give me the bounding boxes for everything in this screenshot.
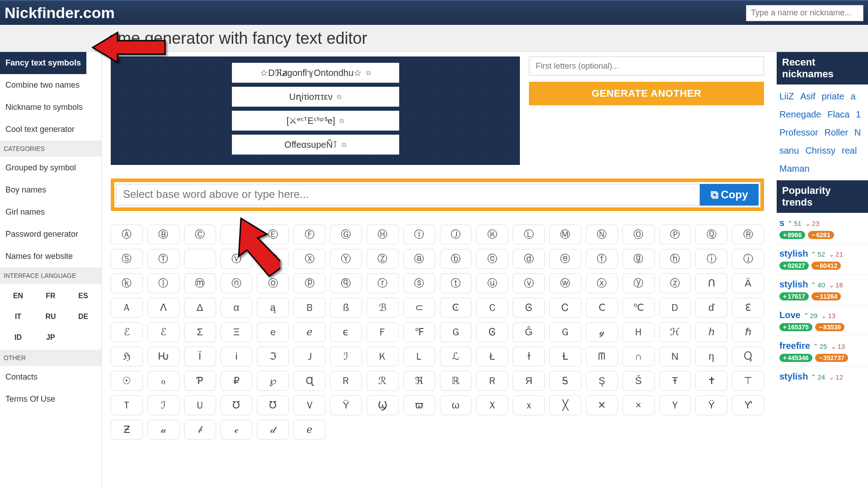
symbol-cell[interactable]: ω [440,395,472,415]
symbol-cell[interactable]: ℏ [732,322,764,342]
symbol-cell[interactable]: ℯ [293,420,326,440]
lang-button[interactable]: IT [3,307,33,326]
sidebar-item[interactable]: Grouped by symbol [0,157,81,179]
symbol-cell[interactable]: Ｊ [293,347,326,366]
recent-nick[interactable]: N [854,124,861,141]
lang-button[interactable]: FR [35,286,66,305]
symbol-cell[interactable]: ⓛ [147,273,179,293]
sidebar-item[interactable]: Nickname to symbols [0,96,88,118]
symbol-cell[interactable]: Ｖ [293,395,326,415]
lang-button[interactable]: ES [68,286,99,305]
symbol-cell[interactable]: ℎ [695,322,727,342]
symbol-cell[interactable]: Ⓕ [293,225,326,244]
symbol-cell[interactable]: ℴ [147,371,179,391]
symbol-cell[interactable]: Ʊ [257,395,289,415]
symbol-cell[interactable]: Ϣ [367,395,399,415]
sidebar-item[interactable]: Girl names [0,201,50,223]
recent-nick[interactable]: 1 [856,106,861,122]
symbol-cell[interactable]: Ｃ [476,298,508,318]
symbol-cell[interactable]: ℃ [623,298,655,318]
sidebar-item[interactable]: Fancy text symbols [0,52,86,74]
symbol-cell[interactable]: ϖ [403,395,435,415]
symbol-cell[interactable]: ⓦ [549,273,581,293]
symbol-cell[interactable]: ℋ [659,322,691,342]
symbol-cell[interactable]: Ａ [111,298,143,318]
symbol-cell[interactable] [184,249,216,269]
generated-nickname[interactable]: OffeαsupeÑ⊺⧉ [232,135,399,156]
trend-item[interactable]: stylish2412 [777,366,868,386]
symbol-cell[interactable]: Ⓑ [147,225,179,244]
sidebar-item[interactable]: Boy names [0,179,52,201]
symbol-cell[interactable]: Ｒ [476,371,508,391]
symbol-cell[interactable]: ℐ [330,347,362,366]
symbol-cell[interactable]: ᑎ [695,273,727,293]
recent-nick[interactable]: Asif [800,88,815,104]
symbol-cell[interactable]: ｘ [513,395,545,415]
symbol-cell[interactable]: ⊂ [403,298,435,318]
symbol-cell[interactable]: Ⴓ [732,347,764,366]
symbol-cell[interactable]: ✕ [586,395,618,415]
symbol-cell[interactable]: ď [695,298,727,318]
symbol-cell[interactable]: i [221,347,253,366]
symbol-cell[interactable]: η [695,347,727,366]
lang-button[interactable]: JP [35,328,66,347]
symbol-cell[interactable]: Ł [476,347,508,366]
symbol-cell[interactable]: ⓩ [659,273,691,293]
symbol-cell[interactable]: Ͼ [440,298,472,318]
symbol-cell[interactable]: ｅ [257,322,289,342]
lang-button[interactable]: EN [3,286,33,305]
symbol-cell[interactable]: Ｈ [623,322,655,342]
symbol-cell[interactable]: 𝒶 [147,420,179,440]
symbol-cell[interactable]: Ｘ [476,395,508,415]
symbol-cell[interactable]: ✝ [695,371,727,391]
symbol-cell[interactable]: ⓧ [586,273,618,293]
symbol-cell[interactable]: ℰ [147,322,179,342]
symbol-cell[interactable]: ⓨ [623,273,655,293]
lang-button[interactable]: DE [68,307,99,326]
symbol-cell[interactable]: ╳ [549,395,581,415]
symbol-cell[interactable]: ᗰ [586,347,618,366]
generate-another-button[interactable]: GENERATE ANOTHER [529,82,764,105]
symbol-cell[interactable]: ∩ [623,347,655,366]
recent-nick[interactable]: Flaca [827,106,849,122]
symbol-cell[interactable]: Ƥ [184,371,216,391]
symbol-cell[interactable]: ℯ [293,322,326,342]
symbol-cell[interactable]: Ⓣ [147,249,179,269]
trend-item[interactable]: stylish40161761711264 [777,274,868,305]
symbol-cell[interactable]: Ꭶ [549,371,581,391]
symbol-cell[interactable]: α [221,298,253,318]
symbol-cell[interactable]: Ｒ [330,371,362,391]
trend-item[interactable]: Love291316537583539 [777,305,868,336]
trend-item[interactable]: stylish52219262760412 [777,244,868,274]
symbol-cell[interactable]: ℛ [367,371,399,391]
symbol-cell[interactable]: Я [513,371,545,391]
symbol-cell[interactable]: ⓚ [111,273,143,293]
symbol-cell[interactable]: Ⓟ [659,225,691,244]
symbol-cell[interactable]: Ⓜ [549,225,581,244]
symbol-cell[interactable]: ℒ [440,347,472,366]
symbol-cell[interactable]: Ｂ [293,298,326,318]
symbol-cell[interactable]: ⓕ [586,249,618,269]
symbol-cell[interactable]: Ξ [221,322,253,342]
symbol-cell[interactable]: ⓟ [293,273,326,293]
generated-nickname[interactable]: ☆DℜⱥgonflℽOntondhu☆⧉ [232,63,399,84]
symbol-cell[interactable]: Δ [184,298,216,318]
symbol-cell[interactable]: 𝒹 [257,420,289,440]
recent-nick[interactable]: Maman [779,160,810,177]
symbol-cell[interactable]: Ⓖ [330,225,362,244]
symbol-cell[interactable]: Ｇ [440,322,472,342]
symbol-cell[interactable]: ᐱ [147,298,179,318]
copy-button[interactable]: ⧉ Copy [700,184,759,206]
recent-nick[interactable]: Renegade [779,106,821,122]
symbol-cell[interactable]: ⓙ [732,249,764,269]
symbol-cell[interactable]: ⓤ [476,273,508,293]
sidebar-item[interactable]: Combine two names [0,74,85,96]
symbol-cell[interactable]: Ⓝ [586,225,618,244]
symbol-cell[interactable]: Ⓨ [330,249,362,269]
symbol-cell[interactable]: Ⓙ [440,225,472,244]
recent-nick[interactable]: Chrissy [805,142,835,159]
sidebar-item[interactable]: Cool text generator [0,118,80,141]
symbol-cell[interactable]: ℜ [403,371,435,391]
sidebar-item[interactable]: Contacts [0,366,43,388]
symbol-cell[interactable]: Σ [184,322,216,342]
